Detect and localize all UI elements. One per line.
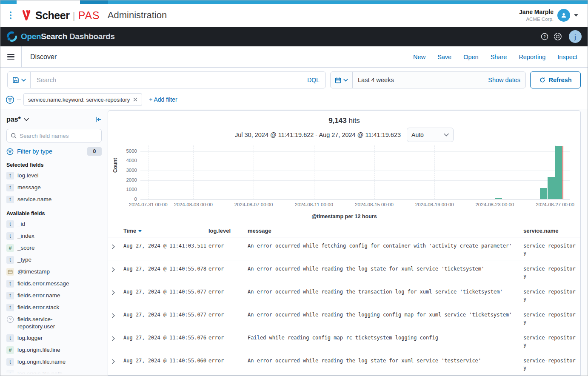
interval-select[interactable]: Auto [407,128,454,142]
nav-action-share[interactable]: Share [491,54,507,60]
expand-row-icon[interactable] [111,237,123,260]
field-item-_score[interactable]: #_score [6,242,102,254]
table-row[interactable]: Aug 27, 2024 @ 11:40:55.077errorAn error… [108,306,580,329]
cell-log-level: error [208,260,248,283]
time-range-value[interactable]: Last 4 weeks [353,77,483,83]
expand-row-icon[interactable] [111,306,123,329]
field-item-fields.error.stack[interactable]: tfields.error.stack [6,302,102,313]
field-item-message[interactable]: tmessage [6,182,102,194]
show-dates-link[interactable]: Show dates [483,77,525,83]
nav-action-inspect[interactable]: Inspect [557,54,577,60]
histogram-bar[interactable] [555,146,562,199]
help-icon[interactable]: ? [541,33,548,40]
field-item-@timestamp[interactable]: @timestamp [6,266,102,278]
field-item-log.origin.file.line[interactable]: #log.origin.file.line [6,344,102,356]
field-label: _index [17,232,34,239]
hamburger-menu-icon[interactable] [7,54,14,60]
filter-icon[interactable] [6,95,14,104]
expand-row-icon[interactable] [111,352,123,375]
refresh-icon [539,77,545,83]
cell-message: An error occurred while reading the logg… [248,306,523,329]
cell-log-level: error [208,352,248,375]
field-item-log.origin.file.path[interactable]: tlog.origin.file.path [6,368,102,376]
field-item-fields.service-repository.user[interactable]: ?fields.service-repository.user [6,313,102,332]
gridline [434,145,435,199]
refresh-button[interactable]: Refresh [530,71,581,88]
x-tick: 2024-08-27 00:00 [536,202,574,207]
kebab-menu-icon[interactable] [10,11,11,19]
query-language-button[interactable]: DQL [301,72,325,88]
gridline [314,145,314,199]
table-row[interactable]: Aug 27, 2024 @ 11:41:03.511errorAn error… [108,237,580,260]
x-axis-ticks: 2024-07-31 00:002024-08-03 00:002024-08-… [140,202,570,210]
sort-desc-icon[interactable] [138,230,142,232]
nav-action-save[interactable]: Save [437,54,451,60]
add-filter-link[interactable]: + Add filter [149,96,177,103]
search-icon [11,133,17,139]
field-item-_id[interactable]: t_id [6,218,102,230]
cell-time: Aug 27, 2024 @ 11:41:03.511 [123,237,208,260]
column-header-message[interactable]: message [248,228,523,234]
index-pattern-selector[interactable]: pas* [6,116,29,123]
user-avatar[interactable] [557,9,570,22]
table-row[interactable]: Aug 27, 2024 @ 11:40:55.077errorAn error… [108,283,580,306]
cell-time: Aug 27, 2024 @ 11:40:55.077 [123,283,208,306]
filter-by-type-label: Filter by type [17,148,52,155]
field-item-log.logger[interactable]: tlog.logger [6,332,102,344]
expander-column-header [111,228,123,234]
chevron-down-icon [21,79,26,82]
text-field-icon: t [6,280,14,288]
feedback-lifebuoy-icon[interactable] [554,32,562,41]
search-input[interactable] [31,77,301,83]
field-item-fields.error.name[interactable]: tfields.error.name [6,290,102,302]
results-table: Timelog.levelmessageservice.name Aug 27,… [108,224,580,375]
histogram-bar[interactable] [548,177,555,199]
histogram-bar[interactable] [495,198,502,199]
logo-dashboards: Dashboards [69,32,115,41]
pas-header: Scheer | PAS Administration Jane Marple … [0,4,588,27]
chart-plot-area[interactable] [140,145,570,199]
cell-message: Failed while reading config map rc-ticke… [248,329,523,352]
cell-time: Aug 27, 2024 @ 11:40:55.076 [123,329,208,352]
column-header-service-name[interactable]: service.name [523,228,577,234]
y-tick: 3000 [126,168,137,173]
field-item-fields.error.message[interactable]: tfields.error.message [6,278,102,290]
x-tick: 2024-08-19 00:00 [415,202,454,207]
field-item-log.origin.file.name[interactable]: tlog.origin.file.name [6,356,102,368]
opensearch-logo[interactable]: OpenSearchDashboards [6,31,115,42]
remove-filter-icon[interactable] [133,97,137,102]
osd-user-avatar[interactable]: j [569,30,582,43]
field-item-service.name[interactable]: tservice.name [6,194,102,205]
nav-action-reporting[interactable]: Reporting [519,54,545,60]
column-header-time[interactable]: Time [123,228,208,234]
saved-query-button[interactable] [8,72,31,88]
divider [21,46,22,68]
nav-action-new[interactable]: New [413,54,425,60]
expand-row-icon[interactable] [111,260,123,283]
field-item-log.level[interactable]: tlog.level [6,170,102,182]
x-axis-label: @timestamp per 12 hours [108,214,580,219]
nav-action-open[interactable]: Open [463,54,478,60]
histogram-bar[interactable] [540,188,547,199]
cell-service-name: service-repository [523,306,577,329]
cell-time: Aug 27, 2024 @ 11:40:55.077 [123,306,208,329]
index-pattern-name: pas* [6,116,21,123]
user-block: Jane Marple ACME Corp. [519,9,554,22]
collapse-sidebar-icon[interactable] [95,116,102,123]
field-search-input[interactable] [20,133,97,139]
table-row[interactable]: Aug 27, 2024 @ 11:40:55.076errorFailed w… [108,329,580,352]
column-header-log-level[interactable]: log.level [208,228,248,234]
filter-by-type[interactable]: Filter by type 0 [6,146,102,157]
field-item-_index[interactable]: t_index [6,230,102,242]
date-quick-select-button[interactable] [331,72,353,88]
user-menu-caret-icon[interactable] [574,14,578,17]
user-name: Jane Marple [519,9,554,16]
y-tick: 4000 [126,158,137,163]
table-row[interactable]: Aug 27, 2024 @ 11:40:55.078errorAn error… [108,260,580,283]
expand-row-icon[interactable] [111,329,123,352]
filter-pill[interactable]: service.name.keyword: service-repository [23,93,142,106]
field-item-_type[interactable]: t_type [6,254,102,266]
table-row[interactable]: Aug 27, 2024 @ 11:40:55.060errorAn error… [108,352,580,375]
expand-row-icon[interactable] [111,283,123,306]
text-field-icon: t [6,358,14,366]
